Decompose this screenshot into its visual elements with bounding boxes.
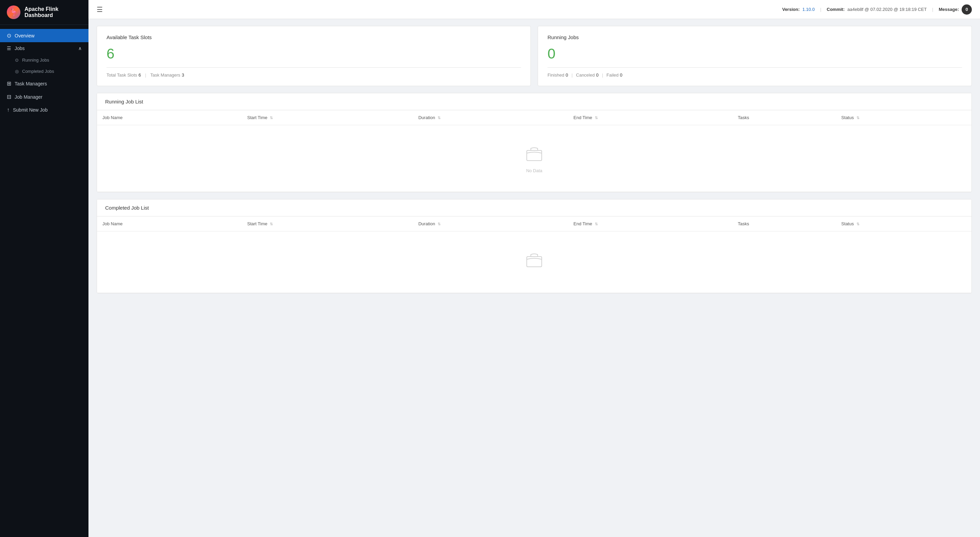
sidebar-logo: 🦩 Apache Flink Dashboard [0, 0, 89, 25]
sort-icon-start-2: ⇅ [270, 222, 273, 226]
completed-job-table: Job Name Start Time ⇅ Duration ⇅ End Tim… [97, 217, 972, 293]
stat-divider-2 [547, 67, 962, 68]
sort-icon-start-1: ⇅ [270, 116, 273, 120]
running-job-table-head: Job Name Start Time ⇅ Duration ⇅ End Tim… [97, 110, 972, 125]
commit-value: aa4eb8f @ 07.02.2020 @ 19:18:19 CET [847, 7, 927, 12]
version-value: 1.10.0 [802, 7, 815, 12]
task-slots-card: Available Task Slots 6 Total Task Slots … [97, 26, 531, 86]
task-slots-value: 6 [107, 46, 521, 62]
sidebar: 🦩 Apache Flink Dashboard ⊙ Overview ☰ Jo… [0, 0, 89, 537]
col-status-label-2: Status [841, 221, 854, 226]
running-job-table-header-row: Job Name Start Time ⇅ Duration ⇅ End Tim… [97, 110, 972, 125]
col-status-2[interactable]: Status ⇅ [836, 217, 972, 231]
running-job-table-body: No Data [97, 125, 972, 192]
completed-job-section: Completed Job List Job Name Start Time ⇅… [97, 199, 972, 293]
col-duration-1[interactable]: Duration ⇅ [413, 110, 568, 125]
running-no-data-cell: No Data [97, 125, 972, 192]
task-slots-title: Available Task Slots [107, 34, 521, 40]
logo-icon: 🦩 [7, 5, 21, 19]
canceled-label: Canceled [576, 72, 595, 78]
stat-divider-1 [107, 67, 521, 68]
total-slots-value: 6 [138, 72, 141, 78]
meta-sep: | [145, 72, 146, 78]
canceled-value: 0 [596, 72, 598, 78]
header-right: Version: 1.10.0 | Commit: aa4eb8f @ 07.0… [782, 5, 972, 14]
canceled-stat: Canceled 0 [576, 72, 598, 78]
chevron-up-icon: ∧ [78, 46, 82, 51]
col-status-1[interactable]: Status ⇅ [836, 110, 972, 125]
failed-stat: Failed 0 [606, 72, 622, 78]
running-no-data-row: No Data [97, 125, 972, 192]
sidebar-app-name: Apache Flink Dashboard [24, 6, 82, 18]
version-label: Version: [782, 7, 800, 12]
header-left: ☰ [97, 5, 103, 14]
col-tasks-label-1: Tasks [738, 115, 749, 120]
overview-icon: ⊙ [7, 32, 11, 39]
col-duration-label-1: Duration [418, 115, 435, 120]
sidebar-nav: ⊙ Overview ☰ Jobs ∧ ⊙ Running Jobs ◎ Com… [0, 25, 89, 121]
col-start-time-2[interactable]: Start Time ⇅ [242, 217, 413, 231]
sort-icon-duration-2: ⇅ [438, 222, 441, 226]
header-sep-1: | [820, 7, 821, 12]
sidebar-submit-job-label: Submit New Job [13, 107, 48, 113]
task-managers-meta-value: 3 [182, 72, 184, 78]
col-duration-label-2: Duration [418, 221, 435, 226]
sort-icon-status-2: ⇅ [856, 222, 859, 226]
finished-stat: Finished 0 [547, 72, 568, 78]
main-content: ☰ Version: 1.10.0 | Commit: aa4eb8f @ 07… [89, 0, 980, 537]
menu-icon[interactable]: ☰ [97, 5, 103, 14]
col-start-time-label-1: Start Time [247, 115, 267, 120]
col-tasks-label-2: Tasks [738, 221, 749, 226]
sidebar-item-running-jobs[interactable]: ⊙ Running Jobs [0, 54, 89, 66]
completed-job-table-body [97, 231, 972, 293]
sidebar-running-jobs-label: Running Jobs [22, 57, 49, 63]
task-managers-meta: Task Managers 3 [150, 72, 184, 78]
sidebar-item-job-manager[interactable]: ⊟ Job Manager [0, 90, 89, 104]
sidebar-job-manager-label: Job Manager [14, 94, 43, 100]
sidebar-jobs-section[interactable]: ☰ Jobs ∧ [0, 42, 89, 54]
stats-row: Available Task Slots 6 Total Task Slots … [97, 26, 972, 86]
failed-value: 0 [620, 72, 622, 78]
failed-label: Failed [606, 72, 618, 78]
running-job-section: Running Job List Job Name Start Time ⇅ D… [97, 93, 972, 192]
no-data-icon-1 [524, 143, 544, 164]
col-end-time-2[interactable]: End Time ⇅ [568, 217, 732, 231]
sort-icon-duration-1: ⇅ [438, 116, 441, 120]
task-managers-meta-label: Task Managers [150, 72, 180, 78]
task-slots-meta: Total Task Slots 6 | Task Managers 3 [107, 72, 521, 78]
sidebar-item-overview[interactable]: ⊙ Overview [0, 29, 89, 42]
col-start-time-1[interactable]: Start Time ⇅ [242, 110, 413, 125]
completed-no-data-cell [97, 231, 972, 293]
col-start-time-label-2: Start Time [247, 221, 267, 226]
completed-job-table-header-row: Job Name Start Time ⇅ Duration ⇅ End Tim… [97, 217, 972, 231]
sidebar-item-completed-jobs[interactable]: ◎ Completed Jobs [0, 66, 89, 77]
commit-label: Commit: [827, 7, 845, 12]
col-tasks-1: Tasks [732, 110, 836, 125]
running-jobs-title: Running Jobs [547, 34, 962, 40]
running-jobs-circle-icon: ⊙ [15, 57, 19, 63]
col-end-time-label-2: End Time [573, 221, 592, 226]
col-job-name-label-1: Job Name [102, 115, 123, 120]
sidebar-jobs-label: Jobs [14, 46, 25, 51]
message-label: Message: [939, 7, 959, 12]
running-jobs-card: Running Jobs 0 Finished 0 | Canceled 0 | [538, 26, 972, 86]
completed-no-data-row [97, 231, 972, 293]
completed-no-data-container [102, 236, 966, 288]
sidebar-completed-jobs-label: Completed Jobs [22, 69, 54, 74]
running-stats: Finished 0 | Canceled 0 | Failed 0 [547, 72, 962, 78]
page-content: Available Task Slots 6 Total Task Slots … [89, 19, 980, 537]
sort-icon-end-1: ⇅ [595, 116, 598, 120]
message-badge[interactable]: 0 [962, 5, 972, 14]
sidebar-task-managers-label: Task Managers [14, 81, 47, 86]
total-slots-label: Total Task Slots [107, 72, 137, 78]
col-end-time-label-1: End Time [573, 115, 592, 120]
running-job-table: Job Name Start Time ⇅ Duration ⇅ End Tim… [97, 110, 972, 192]
logo-emoji: 🦩 [10, 8, 18, 16]
col-end-time-1[interactable]: End Time ⇅ [568, 110, 732, 125]
running-no-data-container: No Data [102, 130, 966, 187]
running-sep-1: | [571, 72, 572, 78]
sidebar-item-task-managers[interactable]: ⊞ Task Managers [0, 77, 89, 90]
col-duration-2[interactable]: Duration ⇅ [413, 217, 568, 231]
sort-icon-status-1: ⇅ [856, 116, 859, 120]
sidebar-item-submit-job[interactable]: ↑ Submit New Job [0, 104, 89, 116]
